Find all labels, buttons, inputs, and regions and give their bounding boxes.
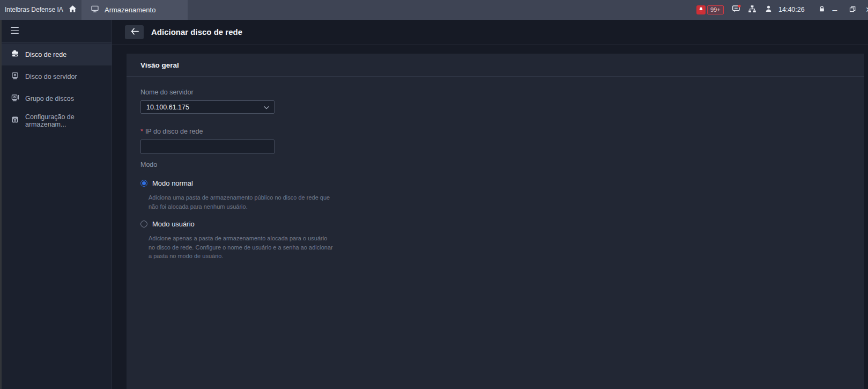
sidebar-content-divider <box>112 20 112 389</box>
window-left-edge <box>0 20 2 389</box>
user-button[interactable] <box>762 0 774 20</box>
sidebar-item-grupo-de-discos[interactable]: Grupo de discos <box>0 87 112 109</box>
server-disk-icon <box>11 71 19 82</box>
overview-panel: Visão geral Nome do servidor 10.100.61.1… <box>127 54 864 389</box>
server-name-select[interactable]: 10.100.61.175 <box>140 100 275 114</box>
lock-button[interactable] <box>816 0 828 20</box>
sidebar-item-label: Grupo de discos <box>25 95 74 102</box>
mode-label: Modo <box>140 161 850 168</box>
disk-group-icon <box>11 93 19 104</box>
tab-armazenamento[interactable]: Armazenamento <box>81 0 188 20</box>
back-arrow-icon <box>130 27 139 37</box>
alarm-button[interactable] <box>696 0 706 20</box>
network-disk-ip-field: *IP do disco de rede <box>140 128 850 154</box>
restore-window-icon <box>849 5 856 15</box>
minimize-button[interactable]: – <box>829 0 841 20</box>
devices-tree-button[interactable] <box>746 0 758 20</box>
hamburger-menu-icon[interactable] <box>11 27 19 34</box>
sidebar-item-label: Configuração de armazenam... <box>25 113 112 128</box>
server-name-field: Nome do servidor 10.100.61.175 <box>140 89 850 114</box>
alarm-count-badge[interactable]: 99+ <box>707 5 724 14</box>
sidebar-item-disco-de-rede[interactable]: Disco de rede <box>0 43 112 65</box>
network-disk-ip-label: *IP do disco de rede <box>140 128 850 135</box>
messages-button[interactable] <box>730 0 742 20</box>
monitor-icon <box>91 5 99 15</box>
radio-selected-icon[interactable] <box>140 180 147 187</box>
sidebar-menu: Disco de rede Disco do servidor Grupo de… <box>0 43 112 131</box>
person-icon <box>765 5 773 15</box>
radio-unselected-icon[interactable] <box>140 221 147 227</box>
mode-normal-option[interactable]: Modo normal <box>140 179 850 187</box>
sidebar-divider <box>0 42 112 43</box>
network-disk-form: Nome do servidor 10.100.61.175 *IP do di… <box>127 77 864 261</box>
mode-normal-description: Adiciona uma pasta de armazenamento públ… <box>149 193 333 211</box>
back-button[interactable] <box>125 25 144 39</box>
server-name-label: Nome do servidor <box>140 89 850 96</box>
org-chart-icon <box>748 5 756 16</box>
network-disk-ip-input[interactable] <box>140 140 275 154</box>
storage-config-icon <box>11 115 19 126</box>
home-button[interactable] <box>63 0 81 20</box>
sidebar-item-label: Disco do servidor <box>25 73 77 80</box>
main-area: Adicionar disco de rede Visão geral Nome… <box>112 20 868 389</box>
titlebar: Intelbras Defense IA Armazenamento 99+ <box>0 0 868 20</box>
page-header: Adicionar disco de rede <box>112 20 868 45</box>
page-title: Adicionar disco de rede <box>151 20 242 45</box>
sidebar-item-disco-do-servidor[interactable]: Disco do servidor <box>0 65 112 87</box>
server-name-value: 10.100.61.175 <box>146 104 189 111</box>
chevron-down-icon <box>264 104 269 111</box>
network-disk-icon <box>11 49 19 60</box>
tab-label: Armazenamento <box>105 6 155 14</box>
chat-icon <box>732 4 741 16</box>
sidebar-item-label: Disco de rede <box>25 51 66 58</box>
home-icon <box>68 4 77 16</box>
section-title: Visão geral <box>140 61 179 69</box>
minimize-icon: – <box>833 0 837 20</box>
lock-icon <box>818 5 826 15</box>
mode-normal-label: Modo normal <box>152 179 193 187</box>
bell-icon <box>698 5 704 15</box>
close-button[interactable]: ✕ <box>863 0 868 20</box>
mode-user-description: Adicione apenas a pasta de armazenamento… <box>149 234 333 261</box>
sidebar: Disco de rede Disco do servidor Grupo de… <box>0 20 112 389</box>
restore-window-button[interactable] <box>847 0 858 20</box>
clock: 14:40:26 <box>778 0 805 20</box>
mode-user-label: Modo usuário <box>152 220 195 228</box>
required-asterisk: * <box>140 128 143 135</box>
section-header: Visão geral <box>127 54 864 77</box>
sidebar-item-configuracao-armazenamento[interactable]: Configuração de armazenam... <box>0 109 112 131</box>
mode-user-option[interactable]: Modo usuário <box>140 220 850 228</box>
content-area: Visão geral Nome do servidor 10.100.61.1… <box>112 45 868 389</box>
close-icon: ✕ <box>865 0 868 20</box>
app-title: Intelbras Defense IA <box>5 0 63 20</box>
